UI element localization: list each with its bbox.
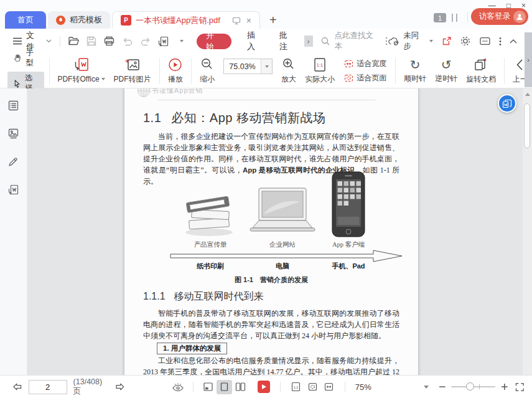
minimize-button[interactable]: — xyxy=(488,1,496,11)
fullscreen-icon[interactable] xyxy=(515,382,525,392)
fit-width-label: 适合宽度 xyxy=(357,59,386,69)
fit-width-button[interactable]: 适合宽度 xyxy=(344,59,386,69)
view-mode-double-button[interactable] xyxy=(233,380,248,394)
tab-docer-templates[interactable]: 稻壳模板 xyxy=(48,11,110,29)
fit-width-icon xyxy=(344,60,353,68)
rotate-ccw-button[interactable]: ↺ 逆时针 xyxy=(431,58,462,84)
undo-button[interactable] xyxy=(119,33,136,49)
sign-pen-icon[interactable] xyxy=(5,153,22,170)
actual-size-button[interactable]: 1:1 实际大小 xyxy=(301,57,339,85)
tab-docer-label: 稻壳模板 xyxy=(70,14,102,26)
tab-document-title: 一本书读懂App营销.pdf xyxy=(136,15,226,26)
document-canvas[interactable]: 一本书读懂App营销 1.1必知：App 移动营销新战场 当前，很多企业把建设一… xyxy=(27,88,523,375)
find-text[interactable]: 点此查找文本 xyxy=(320,31,388,52)
next-page-arrow[interactable] xyxy=(115,382,125,391)
hand-tool-label: 手型 xyxy=(26,47,38,69)
rotate-doc-label: 旋转文档 xyxy=(466,74,496,85)
pdf-to-office-icon xyxy=(73,57,90,72)
view-mode-panel-button[interactable] xyxy=(200,380,215,394)
zoom-minus-icon[interactable] xyxy=(439,383,446,391)
zoom-level-combobox[interactable]: 75.03% xyxy=(223,59,273,74)
figure-laptop-image xyxy=(245,186,320,238)
send-to-desktop-icon[interactable] xyxy=(232,16,241,25)
login-label: 访客登录 xyxy=(479,11,510,22)
fit-width-status-button[interactable] xyxy=(321,380,336,394)
rotate-doc-button[interactable]: 旋转文档 xyxy=(462,57,500,85)
section-title: 必知：App 移动营销新战场 xyxy=(171,111,325,125)
divider xyxy=(60,36,60,47)
tab-count-badge[interactable]: 1 xyxy=(434,13,446,22)
tab-comment[interactable]: 批注 xyxy=(271,30,304,52)
actual-size-status-button[interactable]: 1:1 xyxy=(289,380,304,394)
page-count-info: (13/408)页 xyxy=(73,377,110,397)
zoom-slider-handle[interactable] xyxy=(466,382,474,391)
divider xyxy=(395,58,396,84)
pdf-to-word-button[interactable] xyxy=(155,33,172,49)
login-button[interactable]: 访客登录 xyxy=(471,8,528,25)
pdf-to-office-label: PDF转Office xyxy=(57,74,99,85)
pdf-file-icon: P xyxy=(121,15,131,26)
view-mode-single-button[interactable] xyxy=(217,380,231,394)
print-button[interactable] xyxy=(101,33,118,49)
subsection-heading: 1.1.1移动互联网时代到来 xyxy=(143,290,264,303)
quick-convert-floating-button[interactable] xyxy=(498,94,516,113)
feedback-icon[interactable] xyxy=(479,36,491,47)
pdf-convert-panel-icon[interactable] xyxy=(5,181,22,198)
scrollbar-thumb[interactable] xyxy=(524,103,530,148)
tab-list-icon[interactable] xyxy=(452,14,457,22)
zoom-out-button[interactable]: 缩小 xyxy=(195,57,219,85)
save-button[interactable] xyxy=(83,33,100,49)
redo-button[interactable] xyxy=(137,33,154,49)
sync-status[interactable]: 未同步 xyxy=(388,31,433,52)
share-icon[interactable] xyxy=(441,36,452,47)
section-number: 1.1 xyxy=(143,111,161,125)
figure-arrow xyxy=(169,249,403,263)
new-tab-button[interactable]: + xyxy=(269,14,277,26)
close-button[interactable]: × xyxy=(521,1,526,11)
tab-home[interactable]: 首页 xyxy=(5,11,46,29)
zoom-percentage: 75% xyxy=(355,382,371,392)
zoom-dropdown-caret[interactable] xyxy=(424,386,429,389)
gear-icon[interactable] xyxy=(460,36,471,47)
play-icon xyxy=(167,57,183,72)
page-number-input[interactable] xyxy=(29,380,67,394)
open-file-button[interactable] xyxy=(65,33,82,49)
zoom-in-button[interactable]: 放大 xyxy=(277,57,301,85)
zoom-level-dropdown[interactable] xyxy=(261,59,272,73)
scroll-up-arrow-icon[interactable] xyxy=(525,93,530,96)
sync-label: 未同步 xyxy=(403,31,426,52)
pdf-to-office-button[interactable]: PDF转Office xyxy=(53,57,109,85)
figure-stage-label: 纸书印刷 xyxy=(170,262,251,271)
divider xyxy=(345,382,345,392)
outline-panel-icon[interactable] xyxy=(5,97,22,114)
collapse-ribbon-icon[interactable] xyxy=(510,39,517,44)
tab-insert[interactable]: 插入 xyxy=(239,30,271,52)
tab-document[interactable]: P 一本书读懂App营销.pdf × xyxy=(112,11,260,29)
convert-dropdown-button[interactable] xyxy=(173,33,190,49)
maximize-button[interactable]: □ xyxy=(506,1,511,11)
divider xyxy=(467,12,468,23)
tab-close-icon[interactable]: × xyxy=(246,16,251,26)
pdf-to-image-button[interactable]: PDF转图片 xyxy=(110,57,156,85)
ribbon-expand-strip[interactable]: › xyxy=(525,32,532,87)
prev-page-arrow[interactable] xyxy=(12,382,22,391)
zoom-out-label: 缩小 xyxy=(200,74,215,85)
hand-tool-button[interactable]: 手型 xyxy=(7,46,44,70)
vertical-scrollbar[interactable] xyxy=(523,88,532,375)
fullscreen-play-button[interactable] xyxy=(258,381,270,393)
fit-page-status-button[interactable] xyxy=(305,380,320,394)
docer-flame-icon xyxy=(56,16,65,25)
zoom-slider[interactable] xyxy=(451,386,495,387)
fit-page-button[interactable]: 适合页面 xyxy=(344,73,386,83)
zoom-plus-icon[interactable] xyxy=(501,383,508,391)
header-rule xyxy=(158,100,376,100)
pdf-to-image-label: PDF转图片 xyxy=(114,74,151,85)
thumbnail-panel-icon[interactable] xyxy=(5,125,22,142)
rotate-cw-button[interactable]: ↻ 顺时针 xyxy=(399,58,431,84)
comment-expand-button[interactable]: › xyxy=(304,36,313,47)
svg-text:1:1: 1:1 xyxy=(294,386,299,389)
auto-hide-toolbar-icon[interactable] xyxy=(170,378,187,396)
play-button[interactable]: 播放 xyxy=(163,57,187,85)
more-menu-icon[interactable] xyxy=(499,37,502,46)
tab-start[interactable]: 开始 xyxy=(197,34,231,49)
